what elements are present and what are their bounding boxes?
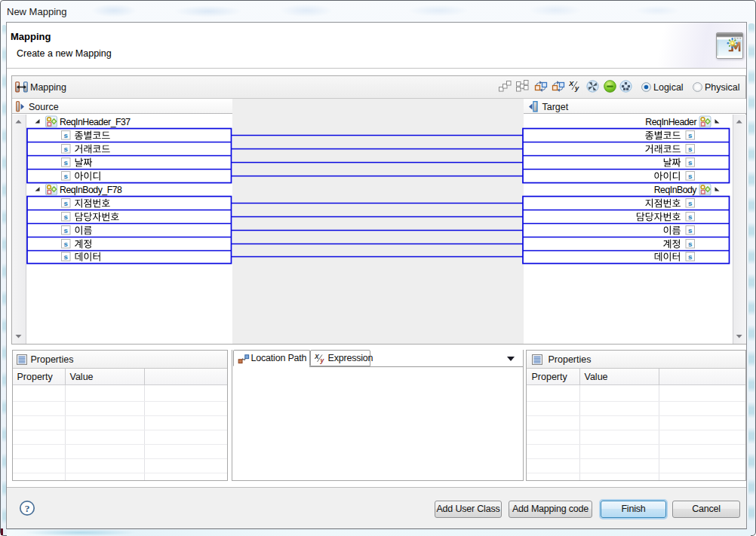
svg-text:X: X bbox=[569, 80, 574, 87]
svg-text:y: y bbox=[574, 84, 579, 92]
svg-text:?: ? bbox=[25, 503, 30, 514]
svg-text:y: y bbox=[319, 357, 324, 364]
